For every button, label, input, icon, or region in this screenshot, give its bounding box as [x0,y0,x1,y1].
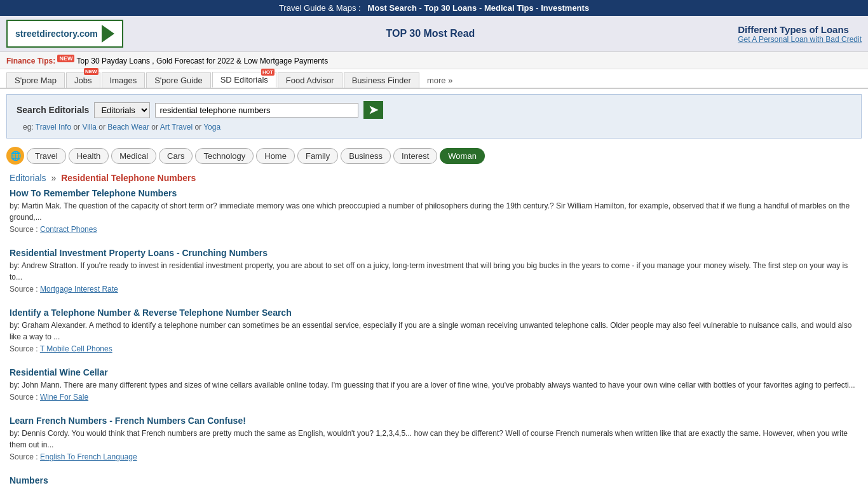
search-row: Search Editorials Editorials All ➤ [17,101,851,119]
cat-btn-health[interactable]: Health [69,148,109,164]
result-author: by: Andrew Stratton. [10,261,78,270]
result-author: by: Graham Alexander. [10,321,87,330]
search-arrow-icon: ➤ [369,103,378,117]
result-item: Residential Investment Property Loans - … [10,248,858,294]
search-select[interactable]: Editorials All [94,102,150,118]
logo-arrow-icon [102,25,114,43]
most-search-link[interactable]: Most Search [368,3,417,13]
hint-beachwear[interactable]: Beach Wear [107,123,149,132]
logo-text: streetdirectory.com [15,29,98,39]
result-source-link[interactable]: T Mobile Cell Phones [40,344,112,353]
result-item: Numbers by: Wayne and Tamara. Direct Ans… [10,475,858,488]
result-body: by: John Mann. There are many different … [10,379,858,391]
result-item: How To Remember Telephone Numbers by: Ma… [10,188,858,234]
cat-btn-woman[interactable]: Woman [440,148,485,164]
new-badge: NEW [57,55,74,62]
cat-btn-family[interactable]: Family [297,148,338,164]
search-hint: eg: Travel Info or Villa or Beach Wear o… [23,123,851,132]
tab-jobs[interactable]: JobsNEW [66,72,100,88]
result-body: by: Graham Alexander. A method to identi… [10,320,858,342]
result-link[interactable]: Residential Wine Cellar [10,367,108,377]
tab-spore-map[interactable]: S'pore Map [6,72,65,88]
hint-arttravel[interactable]: Art Travel [160,123,193,132]
logo-box: streetdirectory.com [6,20,123,48]
result-author: by: Martin Mak. [10,201,62,210]
result-body: by: Andrew Stratton. If you're ready to … [10,260,858,283]
tab-business-finder[interactable]: Business Finder [344,72,419,88]
tab-sd-editorials[interactable]: SD EditorialsHOT [212,72,276,88]
promo-center: TOP 30 Most Read [136,28,726,39]
travel-guide-label: Travel Guide & Maps : [279,3,361,13]
result-title: Numbers [10,475,858,485]
result-title: Residential Wine Cellar [10,367,858,377]
breadcrumb-sep: » [51,173,56,183]
search-editorials-bar: Search Editorials Editorials All ➤ eg: T… [6,94,862,139]
hint-villa[interactable]: Villa [82,123,96,132]
breadcrumb-current: Residential Telephone Numbers [61,173,196,183]
result-body: by: Martin Mak. The question of the capa… [10,200,858,223]
result-source: Source : English To French Language [10,452,858,461]
result-link[interactable]: How To Remember Telephone Numbers [10,188,177,198]
category-bar: 🌐 Travel Health Medical Cars Technology … [0,144,868,168]
medical-tips-link[interactable]: Medical Tips [484,3,534,13]
promo-right: Different Types of Loans Get A Personal … [738,24,862,44]
result-body: by: Dennis Cordy. You would think that F… [10,428,858,451]
promo-bar: streetdirectory.com TOP 30 Most Read Dif… [0,16,868,52]
result-source-link[interactable]: Contract Phones [40,225,97,234]
finance-bar: Finance Tips: NEW Top 30 Payday Loans , … [0,52,868,69]
result-title: Identify a Telephone Number & Reverse Te… [10,308,858,318]
result-title: How To Remember Telephone Numbers [10,188,858,198]
search-input[interactable] [155,103,358,118]
top30-loans-link[interactable]: Top 30 Loans [424,3,477,13]
result-link[interactable]: Numbers [10,475,48,485]
cat-btn-business[interactable]: Business [341,148,391,164]
result-title: Residential Investment Property Loans - … [10,248,858,258]
result-item: Learn French Numbers - French Numbers Ca… [10,416,858,461]
result-author: by: John Mann. [10,381,62,390]
search-button[interactable]: ➤ [363,101,383,119]
finance-label: Finance Tips: [6,57,55,65]
result-item: Residential Wine Cellar by: John Mann. T… [10,367,858,402]
top30-label: TOP 30 Most Read [136,28,726,39]
search-label: Search Editorials [17,105,89,115]
cat-btn-medical[interactable]: Medical [111,148,156,164]
tab-food-advisor[interactable]: Food Advisor [278,72,342,88]
tab-nav: S'pore Map JobsNEW Images S'pore Guide S… [0,69,868,89]
result-source-link[interactable]: Mortgage Interest Rate [40,285,118,294]
breadcrumb-parent[interactable]: Editorials [10,173,46,183]
hint-yoga[interactable]: Yoga [203,123,220,132]
cat-btn-travel[interactable]: Travel [27,148,66,164]
cat-btn-cars[interactable]: Cars [159,148,193,164]
result-link[interactable]: Residential Investment Property Loans - … [10,248,268,258]
investments-link[interactable]: Investments [541,3,589,13]
result-source-link[interactable]: Wine For Sale [40,393,88,402]
result-source-link[interactable]: English To French Language [40,452,137,461]
top-nav: Travel Guide & Maps : Most Search - Top … [0,0,868,16]
hot-badge-editorials: HOT [261,69,275,76]
result-item: Identify a Telephone Number & Reverse Te… [10,308,858,353]
cat-btn-home[interactable]: Home [256,148,295,164]
tab-more[interactable]: more » [421,73,459,88]
cat-btn-interest[interactable]: Interest [393,148,437,164]
result-source: Source : Wine For Sale [10,393,858,402]
result-source: Source : Mortgage Interest Rate [10,285,858,294]
result-link[interactable]: Learn French Numbers - French Numbers Ca… [10,416,246,426]
result-link[interactable]: Identify a Telephone Number & Reverse Te… [10,308,292,318]
result-author: by: Dennis Cordy. [10,429,69,438]
new-badge-jobs: NEW [84,68,98,75]
cat-btn-technology[interactable]: Technology [195,148,254,164]
loans-sub-link[interactable]: Get A Personal Loan with Bad Credit [738,35,862,44]
result-source: Source : Contract Phones [10,225,858,234]
finance-text: Top 30 Payday Loans , Gold Forecast for … [77,57,329,65]
breadcrumb: Editorials » Residential Telephone Numbe… [0,168,868,188]
result-title: Learn French Numbers - French Numbers Ca… [10,416,858,426]
hint-travel[interactable]: Travel Info [36,123,71,132]
results-list: How To Remember Telephone Numbers by: Ma… [0,188,868,488]
loans-title: Different Types of Loans [738,24,862,35]
tab-images[interactable]: Images [102,72,146,88]
category-icon: 🌐 [6,147,24,165]
tab-spore-guide[interactable]: S'pore Guide [146,72,210,88]
result-source: Source : T Mobile Cell Phones [10,344,858,353]
